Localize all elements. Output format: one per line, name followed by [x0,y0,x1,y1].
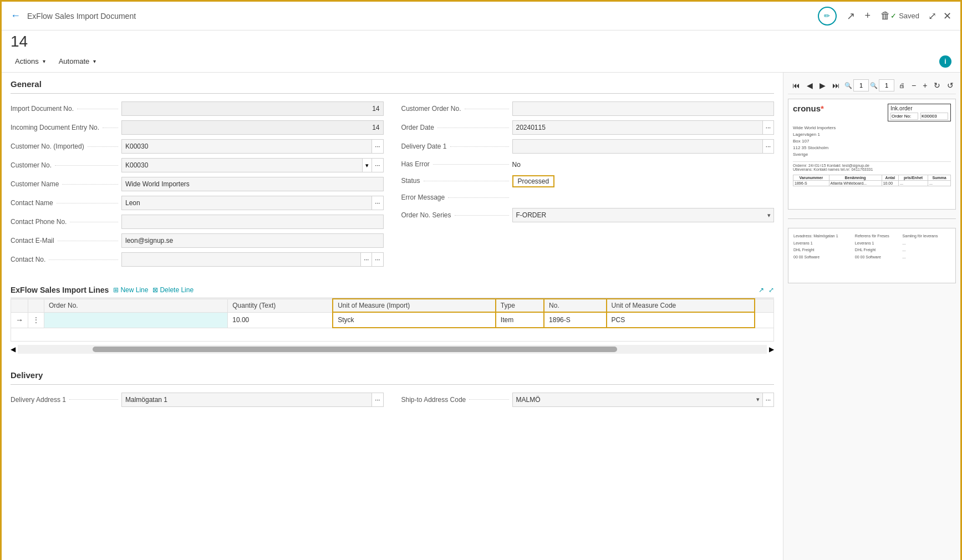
delete-button[interactable]: 🗑 [880,10,890,22]
preview-rotate-button[interactable]: ↺ [945,80,956,91]
automate-button[interactable]: Automate ▾ [54,55,101,68]
lines-section: ExFlow Sales Import Lines ⊞ New Line ⊠ D… [11,280,774,355]
back-button[interactable]: ← [11,10,21,22]
edit-button[interactable]: ✏ [818,7,837,26]
contact-no-input[interactable]: ··· ··· [121,252,384,267]
customer-name-input[interactable] [121,177,384,191]
order-date-input[interactable]: ··· [512,120,775,135]
customer-no-input[interactable]: ▾ ··· [121,158,384,172]
has-error-text: No [512,159,521,170]
doc1-table-row: 1896-S Atlanta Whiteboard... 10.00 ... .… [793,181,951,186]
general-left-fields: Import Document No. Incoming Document En… [11,99,384,269]
lines-table-container: Order No. Quantity (Text) Unit of Measur… [11,298,774,342]
scroll-right-button[interactable]: ▶ [769,345,774,353]
preview-print-button[interactable]: 🖨 [897,81,907,90]
order-val-preview-input[interactable] [920,113,948,120]
contact-name-ellipsis[interactable]: ··· [372,196,383,210]
order-date-ellipsis[interactable]: ··· [763,120,774,135]
customer-order-no-field[interactable] [512,101,775,116]
ship-to-address-code-select[interactable]: MALMÖ [512,393,763,407]
delivery-date1-ellipsis[interactable]: ··· [763,139,774,154]
header-icons: ✏ ↗ + 🗑 [818,7,891,26]
customer-no-imported-ellipsis[interactable]: ··· [372,139,383,154]
preview-last-button[interactable]: ⏭ [830,80,842,91]
ship-to-address-code-input[interactable]: MALMÖ ··· [512,393,775,407]
delivery-section-title: Delivery [11,364,774,385]
customer-no-dropdown[interactable]: ▾ [363,158,372,172]
preview-first-button[interactable]: ⏮ [790,80,802,91]
share-button[interactable]: ↗ [847,10,855,22]
page-total-input[interactable] [879,79,894,91]
contact-phone-field[interactable] [121,215,384,229]
order-no-series-select[interactable]: F-ORDER [512,208,775,222]
customer-no-imported-field[interactable] [121,139,372,154]
customer-no-ellipsis[interactable]: ··· [372,158,383,172]
doc1-row-benamning: Atlanta Whiteboard... [829,181,882,186]
preview-prev-button[interactable]: ◀ [805,80,815,91]
doc1-row-varunummer: 1896-S [793,181,829,186]
preview-next-button[interactable]: ▶ [817,80,828,91]
collapse-button[interactable]: ✕ [943,10,951,22]
contact-no-ellipsis2[interactable]: ··· [372,252,383,267]
order-no-cell-input[interactable] [49,316,223,324]
contact-no-label: Contact No. [11,256,121,263]
row-menu[interactable]: ⋮ [28,312,44,328]
customer-order-no-input[interactable] [512,101,775,116]
delivery-date1-input[interactable]: ··· [512,139,775,154]
order-no-series-input[interactable]: F-ORDER [512,208,775,222]
incoming-doc-entry-input[interactable] [121,120,384,135]
scrollbar-track[interactable] [18,345,767,354]
order-date-field[interactable] [512,120,763,135]
contact-email-field[interactable] [121,233,384,248]
actions-chevron-icon: ▾ [43,58,45,64]
contact-phone-input[interactable] [121,215,384,229]
add-button[interactable]: + [865,10,871,22]
preview-doc2: Levadress: Malmögatan 1 Referens för Fre… [788,228,956,283]
field-incoming-doc-entry: Incoming Document Entry No. [11,118,384,137]
doc1-line1: Wide World Importers [793,125,951,131]
row-arrow: → [11,312,28,328]
doc1-col-varunummer: Varunummer [793,175,829,181]
scroll-left-button[interactable]: ◀ [11,345,16,353]
contact-no-field[interactable] [121,252,361,267]
delivery-address1-field[interactable] [121,393,372,407]
customer-name-field[interactable] [121,177,384,191]
preview-zoom-out-button[interactable]: − [909,80,918,91]
doc1-row-summa: ... [928,181,951,186]
field-order-no-series: Order No. Series F-ORDER [401,206,775,225]
field-ship-to-address-code: Ship-to Address Code MALMÖ ··· [401,390,775,409]
customer-no-field[interactable] [121,158,363,172]
lines-share-button[interactable]: ↗ [759,286,764,294]
import-doc-no-field[interactable] [121,101,384,116]
expand-button[interactable]: ⤢ [928,10,936,22]
col-arrow [11,299,28,312]
lines-expand-button[interactable]: ⤢ [768,286,774,294]
page-current-input[interactable] [853,79,869,91]
cronus-text: cronus [793,104,821,113]
delivery-address1-input[interactable]: ··· [121,393,384,407]
contact-name-input[interactable]: ··· [121,196,384,210]
header-right-icons: ⤢ ✕ [928,10,951,22]
delivery-address1-ellipsis[interactable]: ··· [372,393,383,407]
contact-no-ellipsis1[interactable]: ··· [361,252,372,267]
preview-refresh-button[interactable]: ↻ [932,80,943,91]
contact-email-input[interactable] [121,233,384,248]
order-no-preview-input[interactable] [890,113,918,120]
col-menu [28,299,44,312]
import-doc-no-input[interactable] [121,101,384,116]
contact-name-field[interactable] [121,196,372,210]
actions-button[interactable]: Actions ▾ [11,55,50,68]
customer-no-imported-input[interactable]: ··· [121,139,384,154]
row-extra [755,312,774,328]
delete-line-button[interactable]: ⊠ Delete Line [152,286,194,294]
new-line-button[interactable]: ⊞ New Line [113,286,148,294]
page-input-group: 🔍 🔍 [844,79,894,91]
row-order-no[interactable] [44,312,228,328]
ship-to-address-code-ellipsis[interactable]: ··· [763,393,774,407]
preview-zoom-in-button[interactable]: + [920,80,929,91]
delivery-date1-field[interactable] [512,139,763,154]
doc1-line2: Lagervägen 1 [793,131,951,138]
menu-dots-icon[interactable]: ⋮ [33,316,39,324]
incoming-doc-entry-field[interactable] [121,120,384,135]
preview-toolbar: ⏮ ◀ ▶ ⏭ 🔍 🔍 🖨 − + ↻ ↺ [788,77,956,94]
